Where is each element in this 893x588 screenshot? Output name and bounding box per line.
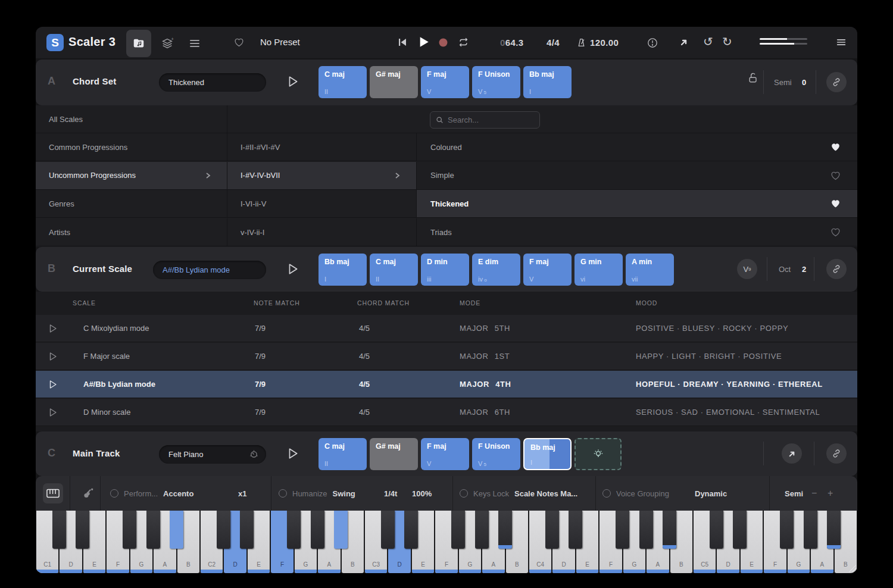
key-A#1[interactable] xyxy=(170,511,183,549)
scale-row-a-bb-lydian-mode[interactable]: A#/Bb Lydian mode7/94/5MAJOR 4THHOPEFUL … xyxy=(36,371,857,398)
favorite-preset-button[interactable] xyxy=(234,37,244,47)
variation-item-coloured[interactable]: Coloured xyxy=(417,133,857,161)
category-item-artists[interactable]: Artists xyxy=(36,218,227,246)
search-input[interactable] xyxy=(448,115,525,124)
semi-plus-button[interactable]: + xyxy=(828,476,833,511)
key-G#5[interactable] xyxy=(804,511,817,549)
key-D#5[interactable] xyxy=(733,511,747,549)
key-C#3[interactable] xyxy=(381,511,395,549)
undo-button[interactable]: ↺ xyxy=(703,36,713,48)
key-A#5[interactable] xyxy=(827,511,841,549)
alert-button[interactable] xyxy=(647,37,658,48)
chord-pad-bb-maj[interactable]: Bb majI xyxy=(523,66,572,98)
section-b-play-button[interactable] xyxy=(287,262,300,277)
chord-pad-g-maj[interactable]: G# maj xyxy=(370,66,418,98)
tab-layers[interactable]: + xyxy=(155,30,180,57)
chord-pad-c-maj[interactable]: C majII xyxy=(319,66,367,98)
key-C#2[interactable] xyxy=(217,511,230,549)
chord-pad-bb-maj[interactable]: Bb majI xyxy=(319,254,367,286)
chord-pad-c-maj[interactable]: C majII xyxy=(319,438,367,470)
key-G#2[interactable] xyxy=(311,511,324,549)
scale-row-f-major-scale[interactable]: F Major scale7/94/5MAJOR 1STHAPPY · LIGH… xyxy=(36,343,857,370)
section-b-link-button[interactable] xyxy=(826,259,847,279)
key-F#2[interactable] xyxy=(287,511,301,549)
key-D#3[interactable] xyxy=(404,511,418,549)
key-C#1[interactable] xyxy=(52,511,66,549)
chord-pad-a-min[interactable]: A minvii xyxy=(626,254,674,286)
perform-value[interactable]: Accento xyxy=(163,489,193,498)
key-D#2[interactable] xyxy=(240,511,254,549)
scale-row-d-minor-scale[interactable]: D Minor scale7/94/5MAJOR 6THSERIOUS · SA… xyxy=(36,399,857,426)
chord-pad-f-maj[interactable]: F majV xyxy=(421,438,469,470)
chord-set-selector[interactable]: Thickened xyxy=(159,73,266,92)
perform-toggle[interactable] xyxy=(110,489,118,498)
scale-row-c-mixolydian-mode[interactable]: C Mixolydian mode7/94/5MAJOR 5THPOSITIVE… xyxy=(36,315,857,342)
resize-corner[interactable] xyxy=(849,565,856,572)
chord-pad-f-maj[interactable]: F majV xyxy=(523,254,572,286)
redo-button[interactable]: ↻ xyxy=(722,36,732,48)
suggest-chord-button[interactable] xyxy=(574,438,622,470)
key-F#4[interactable] xyxy=(616,511,629,549)
humanize-amount[interactable]: 100% xyxy=(412,476,432,511)
voice-grouping-value[interactable]: Dynamic xyxy=(695,476,727,511)
favorite-toggle[interactable] xyxy=(830,199,841,208)
skip-start-button[interactable] xyxy=(398,37,407,47)
tempo-value[interactable]: 120.00 xyxy=(590,37,619,48)
row-play-button[interactable] xyxy=(49,380,57,389)
key-A#2[interactable] xyxy=(334,511,348,549)
key-D#4[interactable] xyxy=(569,511,582,549)
chord-pad-c-maj[interactable]: C majII xyxy=(370,254,418,286)
guitar-view-button[interactable] xyxy=(76,476,100,511)
row-play-button[interactable] xyxy=(49,408,57,417)
instrument-selector[interactable]: Felt Piano xyxy=(159,445,266,464)
loop-button[interactable] xyxy=(458,37,469,48)
export-button[interactable] xyxy=(679,37,689,47)
current-scale-selector[interactable]: A#/Bb Lydian mode xyxy=(153,261,266,279)
keyboard-view-button[interactable] xyxy=(43,483,63,503)
section-c-play-button[interactable] xyxy=(287,447,300,461)
variation-item-simple[interactable]: Simple xyxy=(417,162,857,189)
progression-item[interactable]: v-IV-ii-I xyxy=(227,218,417,246)
humanize-rate[interactable]: 1/4t xyxy=(384,476,397,511)
key-F#5[interactable] xyxy=(780,511,794,549)
variation-item-thickened[interactable]: Thickened xyxy=(417,190,857,217)
mixer-sliders-widget[interactable] xyxy=(760,38,807,48)
key-G#3[interactable] xyxy=(475,511,489,549)
key-F#1[interactable] xyxy=(123,511,136,549)
perform-mult[interactable]: x1 xyxy=(238,476,246,511)
row-play-button[interactable] xyxy=(49,352,57,361)
favorite-toggle[interactable] xyxy=(830,171,841,180)
keys-lock-value[interactable]: Scale Notes Ma... xyxy=(514,489,577,498)
category-item-common-progressions[interactable]: Common Progressions xyxy=(36,133,227,161)
key-C#4[interactable] xyxy=(545,511,559,549)
favorite-toggle[interactable] xyxy=(830,142,841,152)
humanize-toggle[interactable] xyxy=(279,489,287,498)
semi-value[interactable]: 0 xyxy=(802,78,806,87)
voice-grouping-control[interactable]: Voice Grouping xyxy=(602,476,669,511)
record-button[interactable] xyxy=(439,38,448,47)
voicing-button[interactable]: V9 xyxy=(737,259,757,279)
tab-chord-browser[interactable] xyxy=(126,30,151,57)
chord-pad-f-maj[interactable]: F majV xyxy=(421,66,469,98)
chord-pad-f-unison[interactable]: F UnisonV 5 xyxy=(472,66,520,98)
section-a-play-button[interactable] xyxy=(287,75,300,89)
key-A#3[interactable] xyxy=(498,511,512,549)
perform-control[interactable]: Perform... Accento xyxy=(110,476,193,511)
category-item-uncommon-progressions[interactable]: Uncommon Progressions xyxy=(36,162,227,189)
keys-lock-toggle[interactable] xyxy=(460,489,468,498)
chord-pad-e-dim[interactable]: E dimiv o xyxy=(472,254,520,286)
semi-minus-button[interactable]: − xyxy=(811,476,817,511)
key-G#4[interactable] xyxy=(639,511,653,549)
favorite-toggle[interactable] xyxy=(830,227,841,237)
voice-grouping-toggle[interactable] xyxy=(602,489,611,498)
humanize-value[interactable]: Swing xyxy=(333,489,355,498)
humanize-control[interactable]: Humanize Swing xyxy=(279,476,355,511)
chord-pad-f-unison[interactable]: F UnisonV 5 xyxy=(472,438,520,470)
key-D#1[interactable] xyxy=(76,511,89,549)
tab-list[interactable] xyxy=(182,30,207,57)
chord-pad-g-maj[interactable]: G# maj xyxy=(370,438,418,470)
chord-pad-d-min[interactable]: D miniii xyxy=(421,254,469,286)
variation-item-triads[interactable]: Triads xyxy=(417,218,857,246)
play-button[interactable] xyxy=(417,36,430,48)
progression-item[interactable]: I-#V-IV-bVII xyxy=(227,162,417,189)
